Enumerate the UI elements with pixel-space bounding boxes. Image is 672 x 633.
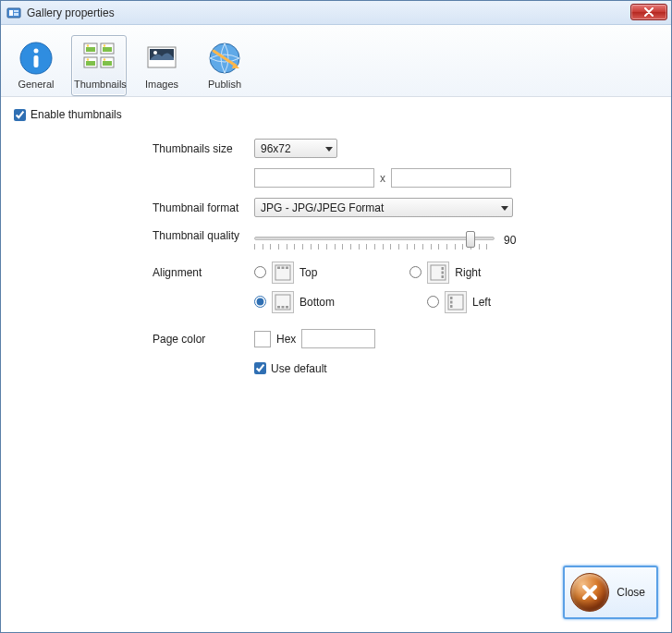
svg-point-21 (153, 51, 157, 55)
info-icon (18, 40, 55, 77)
thumbnails-size-value: 96x72 (261, 142, 291, 155)
quality-value: 90 (504, 234, 516, 247)
align-bottom-icon (272, 291, 294, 313)
thumbnail-format-value: JPG - JPG/JPEG Format (261, 201, 384, 214)
slider-track (254, 237, 495, 240)
size-separator: x (380, 172, 385, 185)
svg-rect-39 (450, 305, 453, 308)
thumbnails-size-label: Thumbnails size (153, 142, 254, 155)
chevron-down-icon (325, 142, 333, 155)
alignment-left-radio[interactable]: Left (427, 291, 491, 313)
svg-rect-27 (286, 266, 288, 269)
svg-rect-14 (86, 61, 95, 66)
svg-rect-25 (277, 266, 280, 269)
images-icon (143, 40, 180, 77)
thumbnails-form: Thumbnails size 96x72 x Thumbnail format… (153, 137, 658, 381)
svg-rect-29 (442, 267, 445, 270)
align-top-label: Top (299, 266, 317, 279)
titlebar: Gallery properties (1, 1, 671, 25)
align-left-label: Left (472, 296, 491, 309)
tab-label: Images (137, 79, 187, 90)
hex-input[interactable] (301, 329, 375, 348)
window-title: Gallery properties (27, 6, 115, 19)
svg-rect-37 (450, 297, 453, 299)
thumbnails-size-dropdown[interactable]: 96x72 (254, 139, 337, 158)
tab-label: Thumbnails (74, 79, 124, 90)
custom-height-input[interactable] (391, 168, 511, 188)
svg-rect-8 (86, 47, 95, 52)
use-default-checkbox[interactable]: Use default (254, 362, 327, 375)
thumbnail-quality-label: Thumbnail quality (153, 225, 254, 242)
toolbar: General Thumbnails (1, 25, 671, 97)
hex-label: Hex (276, 333, 296, 346)
svg-rect-3 (14, 13, 18, 16)
svg-rect-11 (103, 47, 112, 52)
svg-rect-38 (450, 300, 453, 303)
svg-point-12 (104, 44, 105, 46)
enable-thumbnails-label: Enable thumbnails (31, 108, 122, 121)
svg-rect-30 (442, 271, 445, 274)
svg-point-15 (87, 58, 89, 60)
close-icon (570, 573, 609, 612)
use-default-input[interactable] (254, 362, 266, 374)
svg-rect-26 (282, 266, 285, 269)
use-default-label: Use default (271, 362, 327, 375)
svg-point-9 (87, 44, 89, 46)
tab-label: Publish (200, 79, 250, 90)
enable-thumbnails-checkbox[interactable]: Enable thumbnails (14, 108, 122, 121)
svg-rect-34 (282, 306, 285, 309)
svg-point-5 (34, 49, 39, 54)
alignment-bottom-radio[interactable]: Bottom (254, 291, 335, 313)
alignment-right-radio[interactable]: Right (409, 262, 481, 284)
align-bottom-label: Bottom (299, 296, 335, 309)
tab-images[interactable]: Images (134, 35, 189, 96)
thumbnail-format-label: Thumbnail format (153, 201, 254, 214)
svg-rect-33 (277, 306, 280, 309)
close-button-label: Close (617, 586, 645, 599)
alignment-top-radio[interactable]: Top (254, 262, 317, 284)
tab-thumbnails[interactable]: Thumbnails (71, 35, 127, 96)
gallery-properties-window: Gallery properties General (0, 0, 672, 633)
svg-rect-17 (103, 61, 112, 66)
slider-ticks (254, 244, 495, 250)
align-right-icon (427, 262, 449, 284)
align-right-label: Right (455, 266, 481, 279)
footer: Close (563, 566, 658, 619)
tab-publish[interactable]: Publish (197, 35, 252, 96)
tab-general[interactable]: General (8, 35, 64, 96)
alignment-label: Alignment (153, 266, 254, 279)
quality-slider[interactable] (254, 229, 495, 251)
thumbnails-icon (80, 40, 117, 77)
color-swatch[interactable] (254, 331, 271, 347)
align-top-icon (272, 262, 294, 284)
svg-point-18 (104, 58, 105, 60)
svg-rect-1 (9, 10, 13, 16)
publish-icon (206, 40, 243, 77)
thumbnail-format-dropdown[interactable]: JPG - JPG/JPEG Format (254, 198, 513, 217)
page-color-label: Page color (153, 333, 254, 346)
content-panel: Enable thumbnails Thumbnails size 96x72 … (1, 97, 671, 632)
app-icon (6, 6, 21, 20)
chevron-down-icon (501, 201, 508, 214)
tab-label: General (11, 79, 61, 90)
window-close-button[interactable] (630, 4, 667, 20)
svg-rect-2 (14, 10, 18, 12)
svg-rect-35 (286, 306, 288, 309)
align-left-icon (445, 291, 467, 313)
custom-width-input[interactable] (254, 168, 374, 188)
svg-rect-6 (34, 55, 39, 67)
slider-thumb[interactable] (466, 231, 475, 248)
enable-thumbnails-input[interactable] (14, 109, 26, 121)
close-button[interactable]: Close (563, 566, 658, 619)
svg-rect-31 (442, 275, 445, 278)
